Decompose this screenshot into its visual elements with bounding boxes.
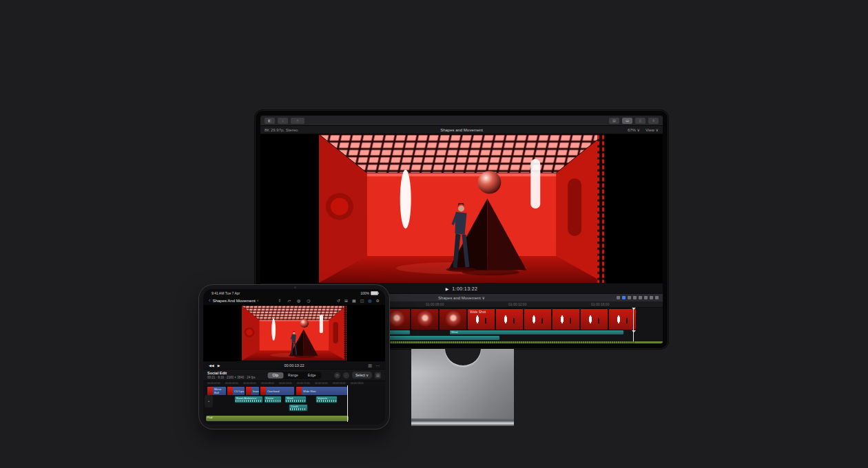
share-icon[interactable]: ⇧ <box>278 299 281 303</box>
background-icon[interactable]: ◫ <box>360 299 364 303</box>
mode-range[interactable]: Range <box>283 372 303 379</box>
bottom-toolbar-wrap: ☰ Inspect ◁ Volume ◈ Animate ▦ Multicam … <box>203 422 385 425</box>
viewer-video <box>242 306 347 361</box>
ruler-tick: 00:00:02:00 <box>207 382 220 385</box>
audio-meters-icon[interactable]: ▥ <box>368 363 372 368</box>
keyword-editor-icon[interactable]: ⌗ <box>291 118 304 124</box>
settings-gear-icon[interactable]: ⚙ <box>376 299 380 303</box>
ruler-tick: 00:00:16:00 <box>333 382 346 385</box>
snapping-icon[interactable]: ◇ <box>334 372 340 379</box>
skimming-icon[interactable]: ◌ <box>343 372 349 379</box>
timecode-display: 1:00:13:22 <box>452 286 477 291</box>
ruler-tick: 00:00:10:00 <box>279 382 292 385</box>
project-title[interactable]: Shapes And Movement <box>213 299 256 303</box>
skip-back-icon[interactable]: ◀◀ <box>209 363 214 368</box>
playhead <box>633 330 634 341</box>
music-clip[interactable]: Pad <box>206 416 349 421</box>
zoom-icon[interactable]: ◎ <box>368 299 371 303</box>
mode-edge[interactable]: Edge <box>303 372 321 379</box>
audio-clip-wind[interactable]: Wind <box>450 330 623 334</box>
ruler-tick: 00:00:04:00 <box>225 382 238 385</box>
status-date: Tue 7 Apr <box>225 291 240 295</box>
browser-pane-icon[interactable]: ▤ <box>609 118 619 124</box>
viewer-canvas <box>203 305 385 361</box>
guides-icon[interactable]: ⊞ <box>344 299 348 303</box>
front-camera-dot <box>294 286 296 288</box>
import-media-icon[interactable]: ↓ <box>278 118 288 124</box>
undo-icon[interactable]: ↺ <box>337 299 340 303</box>
video-clip[interactable]: Mirror Ball <box>207 386 227 396</box>
ruler-tick: 00:00:14:00 <box>315 382 328 385</box>
status-bar: 9:41 AM Tue 7 Apr 100% <box>203 289 385 296</box>
app-toolbar: ‹ Shapes And Movement ∨ ⇧ ▱ ◍ ◷ ↺ ⊞ ▦ ◫ … <box>203 296 385 305</box>
status-time: 9:41 AM <box>211 291 224 295</box>
fcp-top-toolbar: ◧ ↓ ⌗ ▤ ▭ ▯ ⇧ <box>260 116 663 126</box>
video-clip-wide-shot[interactable]: Wide Shot <box>467 308 637 330</box>
transport-bar: ◀◀ ▶ 00:00:13:22 ▥ ⋯ <box>203 361 385 369</box>
viewer-clip-title: Shapes and Movement <box>260 128 663 132</box>
video-clip[interactable]: Inserts <box>245 386 260 396</box>
playhead[interactable] <box>347 385 348 422</box>
video-clip[interactable]: Wide Shot <box>296 386 348 396</box>
video-clip[interactable]: CU Lips <box>227 386 245 396</box>
toolbar-right-icons: ↺ ⊞ ▦ ◫ ◎ ⚙ <box>337 299 380 303</box>
mode-clip[interactable]: Clip <box>267 372 283 379</box>
title-caret-icon: ∨ <box>257 299 259 302</box>
audio-clip[interactable]: Crash <box>289 404 308 412</box>
timecode-display: 00:00:13:22 <box>203 363 385 368</box>
viewer-video <box>319 134 604 283</box>
ruler-tick: 01:00:08:00 <box>426 302 444 306</box>
play-icon[interactable]: ▶ <box>446 286 449 291</box>
list-view-icon[interactable]: ▤ <box>375 372 381 379</box>
ruler-tick: 00:00:06:00 <box>243 382 256 385</box>
ruler-tick: 00:00:18:00 <box>351 382 364 385</box>
play-icon[interactable]: ▶ <box>218 363 220 368</box>
ipad: 9:41 AM Tue 7 Apr 100% ‹ Shapes And Move… <box>198 284 390 429</box>
viewer-canvas <box>260 134 663 283</box>
project-meta: 00:21 · 9:16 · 2160 × 3840 · 24 fps <box>207 376 255 379</box>
studio-display-stand <box>411 349 514 426</box>
ruler-tick: 01:00:12:00 <box>508 302 526 306</box>
connect-point[interactable]: • <box>205 395 213 407</box>
fcp-ipad-app: 9:41 AM Tue 7 Apr 100% ‹ Shapes And Move… <box>203 289 385 425</box>
more-icon[interactable]: ⋯ <box>375 363 380 368</box>
back-chevron-icon[interactable]: ‹ <box>209 297 211 304</box>
audio-clip[interactable]: Drone <box>264 396 282 403</box>
playhead[interactable] <box>633 308 634 330</box>
ruler-tick: 00:00:08:00 <box>261 382 274 385</box>
selection-mode-control: Clip Range Edge <box>267 372 321 379</box>
timer-icon[interactable]: ◷ <box>307 299 310 303</box>
timeline-ruler: 00:00:02:00 00:00:04:00 00:00:06:00 00:0… <box>203 381 385 385</box>
ruler-tick: 00:00:12:00 <box>297 382 310 385</box>
ruler-tick: 01:00:16:00 <box>591 302 609 306</box>
audio-clip[interactable]: Wind <box>285 396 307 403</box>
viewer-info-bar: 8K 29.97p, Stereo Shapes and Movement 67… <box>260 126 663 134</box>
share-icon[interactable]: ⇧ <box>648 118 659 124</box>
mic-icon[interactable]: ◍ <box>297 299 300 303</box>
battery-icon <box>371 291 378 295</box>
project-info-bar: Social Edit 00:21 · 9:16 · 2160 × 3840 ·… <box>203 369 385 381</box>
media-browser-icon[interactable]: ▱ <box>287 299 291 303</box>
timeline: Mirror Ball CU Lips Inserts Overhead Wid… <box>203 385 385 422</box>
select-button[interactable]: Select ∨ <box>352 372 372 379</box>
audio-clip[interactable]: Impacts <box>316 396 338 403</box>
audio-clip[interactable]: Boom Ambience <box>234 396 263 403</box>
sidebar-toggle-icon[interactable]: ◧ <box>265 118 275 124</box>
stand-base <box>411 418 514 426</box>
inspector-pane-icon[interactable]: ▯ <box>635 118 645 124</box>
bottom-toolbar: ☰ Inspect ◁ Volume ◈ Animate ▦ Multicam … <box>203 422 385 425</box>
overlay-icon[interactable]: ▦ <box>352 299 356 303</box>
project-name: Social Edit <box>207 371 255 376</box>
timeline-pane-icon[interactable]: ▭ <box>622 118 632 124</box>
video-clip[interactable]: Overhead <box>260 386 295 396</box>
battery-percent: 100% <box>360 291 369 295</box>
